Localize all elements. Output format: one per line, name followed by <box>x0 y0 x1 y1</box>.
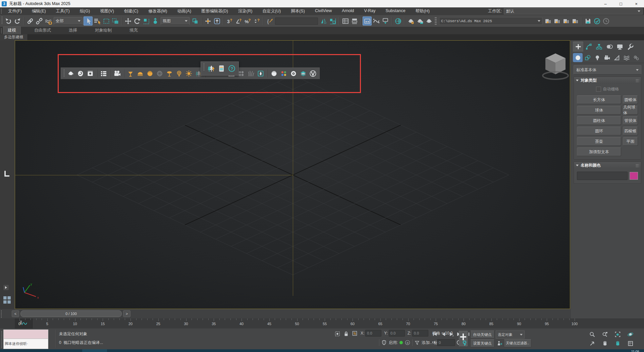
subtab-spacewarps[interactable] <box>622 53 631 62</box>
object-button-长方体[interactable]: 长方体 <box>577 95 621 104</box>
reference-coordinate-system-dropdown[interactable]: 视图 <box>161 17 190 25</box>
current-frame-field[interactable]: 0 <box>437 339 455 346</box>
view-cube[interactable] <box>541 50 570 81</box>
object-button-茶壶[interactable]: 茶壶 <box>577 137 621 146</box>
walk-through-icon[interactable] <box>611 339 624 348</box>
tab-display[interactable] <box>614 42 625 52</box>
select-and-rotate-icon[interactable] <box>132 16 142 26</box>
menu-civilview[interactable]: CivilView <box>310 8 337 13</box>
menu-a[interactable]: 动画(A) <box>172 8 196 14</box>
vray-ies-light-icon[interactable] <box>174 69 184 78</box>
vray-render-icon[interactable] <box>66 69 75 78</box>
viewport-layout-icon[interactable] <box>2 295 12 305</box>
macro-recorder-field[interactable] <box>4 330 48 339</box>
object-button-加强型文本[interactable]: 加强型文本 <box>577 147 621 156</box>
scene-state-2-icon[interactable] <box>552 16 561 26</box>
mirror-icon[interactable] <box>319 16 328 26</box>
menu-g[interactable]: 组(G) <box>75 8 95 14</box>
scene-history-icon[interactable] <box>601 16 610 26</box>
set-keys-button[interactable] <box>459 331 468 346</box>
vray-light-icon[interactable] <box>125 69 135 78</box>
select-object-icon[interactable] <box>84 16 93 26</box>
vray-sun-light-icon[interactable] <box>184 69 194 78</box>
menu-u[interactable]: 自定义(U) <box>257 8 286 14</box>
selection-lock-icon[interactable] <box>343 331 350 337</box>
undo-icon[interactable] <box>4 16 13 26</box>
subtab-cameras[interactable] <box>602 53 612 62</box>
play-button[interactable] <box>447 331 455 338</box>
vray-camera-icon[interactable] <box>112 69 122 78</box>
bind-to-space-warp-icon[interactable] <box>44 16 53 26</box>
minimize-button[interactable]: – <box>598 0 613 7</box>
track-bar[interactable]: 0510152025303540455055606570758085909510… <box>0 318 644 329</box>
ribbon-panel-tab[interactable]: 多边形建模 <box>0 34 28 40</box>
toggle-layer-explorer-icon[interactable] <box>350 16 359 26</box>
toolbar-grip[interactable] <box>63 69 65 77</box>
selection-set-dropdown[interactable]: 选定对象 <box>496 331 525 339</box>
toggle-scene-explorer-icon[interactable] <box>341 16 350 26</box>
maxscript-mini-listener[interactable]: 脚本迷你侦听· <box>3 329 48 349</box>
toolbar-grip[interactable] <box>1 16 3 24</box>
z-coordinate-field[interactable]: 0.0 <box>412 330 428 337</box>
subtab-shapes[interactable] <box>583 53 592 62</box>
tab-hierarchy[interactable] <box>594 42 604 52</box>
vray-volume-grid-icon[interactable] <box>256 69 265 78</box>
object-type-rollout-header[interactable]: 对象类型 <box>574 77 641 84</box>
spinner-snap-icon[interactable]: ? <box>252 16 261 26</box>
zoom-all-icon[interactable] <box>598 330 611 339</box>
select-by-name-icon[interactable] <box>93 16 102 26</box>
ribbon-tab-填充[interactable]: 填充 <box>125 27 142 34</box>
percent-snap-icon[interactable]: %? <box>243 16 252 26</box>
scene-state-1-icon[interactable] <box>543 16 552 26</box>
redo-icon[interactable] <box>13 16 22 26</box>
previous-frame-button[interactable]: < <box>12 310 19 317</box>
menu-m[interactable]: 修改器(M) <box>143 8 172 14</box>
menu-t[interactable]: 工具(T) <box>51 8 75 14</box>
vray-asset-editor-icon[interactable] <box>99 69 108 78</box>
object-name-field[interactable] <box>577 172 628 180</box>
vray-dome-light-icon[interactable] <box>135 69 145 78</box>
vray-sphere-light-icon[interactable] <box>145 69 155 78</box>
go-to-start-button[interactable] <box>431 331 439 338</box>
scene-state-3-icon[interactable] <box>561 16 571 26</box>
object-button-圆环[interactable]: 圆环 <box>577 127 621 135</box>
set-key-button[interactable]: 设置关键点 <box>470 339 494 347</box>
zoom-icon[interactable] <box>586 330 598 339</box>
autogrid-checkbox[interactable] <box>596 87 601 92</box>
menu-r[interactable]: 渲染(R) <box>233 8 257 14</box>
subtab-systems[interactable] <box>631 53 641 62</box>
vray-menu-icon[interactable] <box>308 69 318 78</box>
object-button-管状体[interactable]: 管状体 <box>623 116 638 125</box>
y-coordinate-field[interactable]: 0.0 <box>389 330 405 337</box>
taskbar-button[interactable] <box>82 349 107 352</box>
object-button-几何球体[interactable]: 几何球体 <box>623 106 638 115</box>
angle-snap-icon[interactable]: ? <box>234 16 243 26</box>
tab-modify[interactable] <box>583 42 594 52</box>
tab-utilities[interactable] <box>625 42 635 52</box>
vray-frame-buffer-icon[interactable] <box>75 69 85 78</box>
menu-s[interactable]: 脚本(S) <box>286 8 310 14</box>
tab-create[interactable] <box>573 42 583 52</box>
isolate-selection-icon[interactable] <box>334 331 341 337</box>
scene-state-4-icon[interactable] <box>571 16 580 26</box>
toggle-ribbon-icon[interactable] <box>363 16 372 26</box>
vray-fur-icon[interactable] <box>246 69 256 78</box>
object-button-球体[interactable]: 球体 <box>577 106 621 115</box>
previous-frame-button[interactable] <box>439 331 447 338</box>
close-button[interactable]: × <box>629 0 644 7</box>
ribbon-tab-对象绘制[interactable]: 对象绘制 <box>91 27 116 34</box>
object-color-swatch[interactable] <box>630 172 638 180</box>
maximize-viewport-icon[interactable] <box>624 339 637 348</box>
time-slider[interactable]: 0 / 100 <box>20 310 122 317</box>
object-button-平面[interactable]: 平面 <box>623 137 638 146</box>
next-frame-button[interactable]: > <box>123 310 130 317</box>
auto-key-button[interactable]: 自动关键点 <box>470 331 494 339</box>
curve-editor-icon[interactable] <box>372 16 381 26</box>
rendered-frame-window-icon[interactable] <box>415 16 424 26</box>
key-filters-button[interactable]: 关键点过滤器.. <box>504 339 531 347</box>
window-crossing-icon[interactable] <box>111 16 120 26</box>
menu-e[interactable]: 编辑(E) <box>27 8 51 14</box>
orbit-icon[interactable] <box>624 330 637 339</box>
vray-material-library-icon[interactable] <box>298 69 308 78</box>
unlink-selection-icon[interactable] <box>35 16 44 26</box>
